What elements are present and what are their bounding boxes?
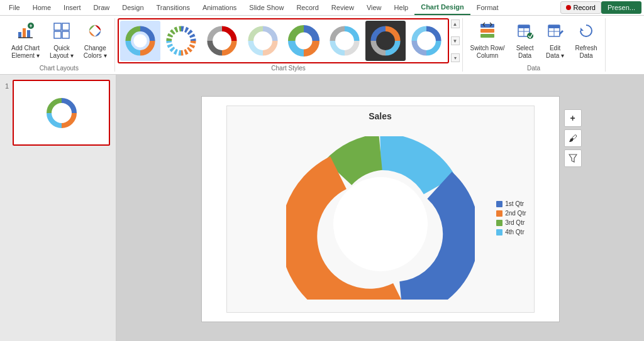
chart-legend: 1st Qtr 2nd Qtr 3rd Qtr 4th Qtr	[496, 200, 526, 235]
select-data-icon	[516, 22, 534, 43]
tab-transitions[interactable]: Transitions	[150, 1, 196, 14]
change-colors-button[interactable]: ChangeColors ▾	[80, 19, 111, 62]
svg-marker-40	[569, 154, 577, 162]
edit-data-button[interactable]: EditData ▾	[541, 19, 569, 62]
svg-point-22	[379, 34, 392, 47]
svg-point-17	[215, 34, 228, 47]
svg-rect-26	[480, 34, 494, 38]
quick-layout-button[interactable]: QuickLayout ▾	[46, 19, 77, 62]
canvas-area: Sales	[116, 75, 644, 341]
svg-point-23	[419, 34, 433, 47]
present-button[interactable]: Presen...	[601, 1, 641, 14]
tab-slideshow[interactable]: Slide Show	[243, 1, 290, 14]
legend-item-4qtr: 4th Qtr	[496, 229, 526, 235]
legend-dot-3qtr	[496, 220, 502, 226]
svg-point-16	[174, 34, 187, 47]
svg-point-19	[299, 36, 308, 45]
tab-design[interactable]: Design	[116, 1, 150, 14]
quick-layout-icon	[53, 22, 70, 43]
switch-row-col-label: Switch Row/Column	[470, 45, 505, 60]
slide-canvas[interactable]: Sales	[201, 96, 560, 322]
tab-record[interactable]: Record	[290, 1, 325, 14]
tab-review[interactable]: Review	[325, 1, 360, 14]
legend-item-1qtr: 1st Qtr	[496, 200, 526, 207]
svg-rect-10	[54, 31, 61, 38]
svg-point-18	[256, 34, 269, 47]
slide-number: 1	[5, 80, 9, 90]
add-chart-label: Add ChartElement ▾	[11, 45, 40, 60]
scroll-more-button[interactable]: ▾	[451, 53, 460, 62]
tab-format[interactable]: Format	[470, 1, 505, 14]
chart-style-8[interactable]	[406, 21, 447, 61]
chart-style-7[interactable]	[365, 21, 406, 61]
svg-rect-1	[23, 28, 26, 38]
chart-container: Sales	[226, 106, 535, 313]
add-chart-icon	[17, 22, 35, 43]
tab-insert[interactable]: Insert	[57, 1, 87, 14]
chart-title: Sales	[227, 106, 534, 124]
svg-rect-0	[18, 32, 21, 38]
chart-style-1[interactable]	[120, 21, 160, 61]
svg-rect-7	[30, 26, 32, 26]
chart-style-6[interactable]	[325, 21, 365, 61]
legend-dot-4qtr	[496, 229, 502, 235]
data-group: Switch Row/Column SelectData	[463, 18, 606, 72]
legend-item-3qtr: 3rd Qtr	[496, 219, 526, 226]
svg-rect-11	[62, 31, 69, 38]
tab-file[interactable]: File	[3, 1, 26, 14]
svg-point-38	[54, 106, 69, 121]
switch-row-col-button[interactable]: Switch Row/Column	[467, 19, 509, 62]
refresh-data-label: RefreshData	[575, 45, 597, 60]
svg-point-13	[92, 28, 97, 33]
chart-filters-tool[interactable]	[564, 149, 582, 167]
select-data-button[interactable]: SelectData	[511, 19, 539, 62]
donut-chart-svg	[286, 136, 475, 300]
svg-rect-9	[62, 23, 69, 30]
chart-styles-group: ▲ ▼ ▾ Chart Styles	[115, 18, 463, 72]
svg-point-39	[333, 177, 428, 271]
chart-styles-tool[interactable]: 🖌	[564, 129, 582, 147]
svg-rect-25	[480, 29, 494, 33]
tab-help[interactable]: Help	[388, 1, 415, 14]
chart-layouts-group: Add ChartElement ▾ QuickLayout ▾	[4, 18, 115, 72]
change-colors-icon	[86, 22, 104, 43]
refresh-data-button[interactable]: RefreshData	[572, 19, 601, 62]
legend-dot-1qtr	[496, 201, 502, 207]
chart-style-2[interactable]	[161, 21, 201, 61]
legend-dot-2qtr	[496, 210, 502, 217]
chart-style-4[interactable]	[243, 21, 283, 61]
chart-layouts-label: Chart Layouts	[40, 63, 79, 72]
switch-row-col-icon	[479, 22, 496, 43]
filter-icon	[569, 154, 577, 163]
chart-tools: + 🖌	[564, 109, 582, 167]
chart-styles-label: Chart Styles	[118, 63, 460, 72]
quick-layout-label: QuickLayout ▾	[50, 45, 74, 60]
data-group-label: Data	[527, 63, 540, 72]
tab-animations[interactable]: Animations	[196, 1, 243, 14]
svg-point-15	[133, 34, 147, 47]
add-element-tool[interactable]: +	[564, 109, 582, 127]
svg-rect-8	[54, 23, 61, 30]
record-dot-icon	[566, 5, 571, 10]
tab-view[interactable]: View	[360, 1, 388, 14]
legend-item-2qtr: 2nd Qtr	[496, 210, 526, 217]
record-button[interactable]: Record	[560, 1, 601, 14]
tab-chart-design[interactable]: Chart Design	[414, 0, 470, 15]
add-chart-element-button[interactable]: Add ChartElement ▾	[8, 19, 43, 62]
chart-style-5[interactable]	[284, 21, 324, 61]
scroll-up-arrow[interactable]: ▲	[451, 19, 460, 28]
change-colors-label: ChangeColors ▾	[84, 45, 107, 60]
scroll-down-arrow[interactable]: ▼	[451, 36, 460, 45]
chart-style-3[interactable]	[202, 21, 242, 61]
chart-styles-box	[118, 18, 449, 63]
refresh-data-icon	[577, 22, 595, 43]
slides-panel: 1	[0, 75, 116, 341]
slide-thumbnail[interactable]	[13, 80, 110, 146]
svg-marker-37	[580, 28, 584, 31]
svg-rect-2	[27, 30, 30, 38]
chart-body: 1st Qtr 2nd Qtr 3rd Qtr 4th Qtr	[227, 124, 534, 312]
tab-home[interactable]: Home	[26, 1, 57, 14]
select-data-label: SelectData	[516, 45, 534, 60]
tab-draw[interactable]: Draw	[87, 1, 116, 14]
edit-data-label: EditData ▾	[546, 45, 564, 60]
